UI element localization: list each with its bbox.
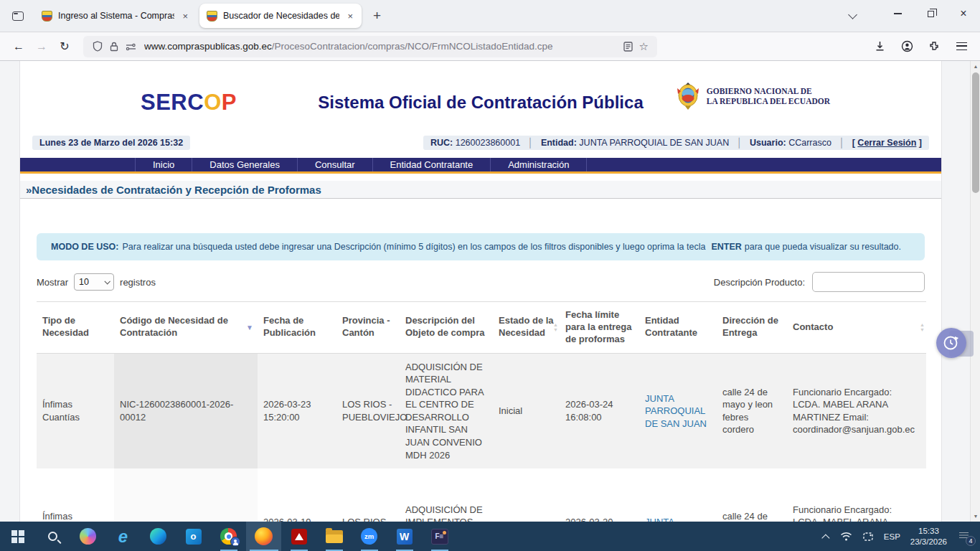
- window-minimize-button[interactable]: [881, 0, 914, 27]
- reload-button[interactable]: ↻: [53, 36, 76, 57]
- minimize-icon: [894, 13, 902, 14]
- nav-item-administracion[interactable]: Administración: [491, 158, 587, 171]
- fec-app-icon: F≡: [431, 529, 448, 545]
- notification-center-button[interactable]: 4: [957, 529, 973, 544]
- downloads-button[interactable]: [868, 36, 891, 57]
- back-button[interactable]: ←: [7, 36, 30, 57]
- extensions-puzzle-icon[interactable]: [923, 36, 946, 57]
- filter-label: Descripción Producto:: [714, 277, 805, 288]
- bookmark-star-icon[interactable]: ☆: [639, 40, 649, 53]
- forward-button[interactable]: →: [30, 36, 53, 57]
- start-button[interactable]: [0, 522, 35, 551]
- app-menu-button[interactable]: [950, 36, 973, 57]
- nav-item-consultar[interactable]: Consultar: [298, 158, 373, 171]
- url-bar[interactable]: www.compraspublicas.gob.ec/ProcesoContra…: [83, 36, 657, 57]
- col-direccion-entrega[interactable]: Dirección de Entrega: [717, 302, 787, 354]
- scroll-down-icon[interactable]: ▼: [971, 511, 980, 522]
- hamburger-icon: [956, 42, 967, 50]
- permissions-icon[interactable]: [126, 42, 136, 51]
- taskbar-internet-explorer-button[interactable]: e: [105, 522, 141, 551]
- ruc-label: RUC:: [430, 138, 453, 148]
- cell-codigo: NIC-1260023860001-2026-00012: [114, 353, 258, 468]
- window-close-button[interactable]: ×: [947, 0, 980, 27]
- show-label: Mostrar: [37, 277, 68, 288]
- col-tipo-necesidad[interactable]: Tipo de Necesidad: [37, 302, 114, 354]
- tab-close-icon[interactable]: ×: [344, 10, 356, 22]
- gov-logo-text: GOBIERNO NACIONAL DE LA REPUBLICA DEL EC…: [707, 86, 830, 107]
- col-entidad-contratante[interactable]: Entidad Contratante: [639, 302, 717, 354]
- taskbar-fec-app-button[interactable]: F≡: [422, 522, 457, 551]
- shield-icon[interactable]: [93, 41, 103, 52]
- nav-item-entidad-contratante[interactable]: Entidad Contratante: [373, 158, 491, 171]
- sort-desc-icon: ▼: [553, 327, 558, 331]
- col-label: Código de Necesidad de Contratación: [120, 315, 228, 338]
- account-button[interactable]: [895, 36, 918, 57]
- url-text[interactable]: www.compraspublicas.gob.ec/ProcesoContra…: [144, 41, 620, 52]
- col-fecha-limite[interactable]: Fecha límite para la entrega de proforma…: [560, 302, 639, 354]
- taskbar-outlook-button[interactable]: o: [176, 522, 211, 551]
- entity-link[interactable]: JUNTA: [645, 517, 674, 522]
- reader-view-icon[interactable]: [623, 42, 633, 52]
- page-scrollbar[interactable]: ▲ ▼: [970, 61, 980, 522]
- col-descripcion-objeto[interactable]: Descripción del Objeto de compra: [400, 302, 493, 354]
- cell-provincia: LOS RIOS - PUEBLOVIEJO: [336, 353, 400, 468]
- taskbar-chrome-button[interactable]: [211, 522, 246, 551]
- browser-tab-bar: Ingreso al Sistema - Compras Pú × Buscad…: [0, 0, 980, 32]
- col-provincia-canton[interactable]: Provincia - Cantón: [336, 302, 400, 354]
- taskbar-zoom-button[interactable]: zm: [352, 522, 387, 551]
- taskbar-copilot-button[interactable]: [70, 522, 105, 551]
- new-tab-button[interactable]: +: [366, 6, 388, 25]
- product-description-input[interactable]: [812, 272, 925, 292]
- wifi-icon[interactable]: [840, 532, 852, 541]
- nav-item-inicio[interactable]: Inicio: [135, 158, 192, 171]
- tab-close-icon[interactable]: ×: [179, 10, 191, 22]
- language-indicator[interactable]: ESP: [884, 532, 900, 541]
- cell-direccion: calle 24 de mayo y leon: [717, 468, 787, 522]
- records-per-page-select[interactable]: 10: [74, 273, 114, 291]
- window-restore-button[interactable]: [914, 0, 947, 27]
- ecuador-coat-of-arms-icon: [675, 81, 701, 111]
- datetime-chip: Lunes 23 de Marzo del 2026 15:32: [32, 136, 190, 150]
- windows-taskbar: e o zm W F≡ ESP 15:33 23/3/2026: [0, 522, 980, 551]
- browser-tab-ingreso[interactable]: Ingreso al Sistema - Compras Pú ×: [34, 4, 197, 28]
- logout-link[interactable]: Cerrar Sesión: [857, 138, 916, 148]
- sort-both-icon[interactable]: ▲▼: [920, 323, 925, 332]
- scrollbar-thumb[interactable]: [972, 72, 979, 193]
- taskbar-clock[interactable]: 15:33 23/3/2026: [910, 526, 947, 547]
- nav-item-datos-generales[interactable]: Datos Generales: [192, 158, 298, 171]
- sort-desc-icon[interactable]: ▼: [246, 323, 253, 332]
- cell-entidad: JUNTA PARROQUIAL DE SAN JUAN: [639, 353, 717, 468]
- system-tray: ESP 15:33 23/3/2026 4: [824, 522, 980, 551]
- entity-link[interactable]: JUNTA PARROQUIAL DE SAN JUAN: [645, 393, 707, 429]
- list-all-tabs-button[interactable]: [842, 6, 862, 26]
- col-label: Estado de la Necesidad: [499, 315, 554, 338]
- url-path: /ProcesoContratacion/compras/NCO/FrmNCOL…: [272, 41, 553, 52]
- taskbar-word-button[interactable]: W: [387, 522, 422, 551]
- taskbar-acrobat-button[interactable]: [281, 522, 316, 551]
- cell-descripcion: ADQUISICIÓN DE MATERIAL DIDACTICO PARA E…: [400, 353, 493, 468]
- taskbar-file-explorer-button[interactable]: [316, 522, 352, 551]
- col-estado-necesidad[interactable]: Estado de la Necesidad▲▼: [493, 302, 560, 354]
- col-codigo-necesidad[interactable]: Código de Necesidad de Contratación▼: [114, 302, 258, 354]
- sort-both-icon[interactable]: ▲▼: [553, 323, 558, 332]
- lock-icon[interactable]: [110, 42, 118, 52]
- taskbar-search-button[interactable]: [35, 522, 70, 551]
- floating-timer-widget[interactable]: [936, 328, 974, 359]
- hidden-icons-chevron-icon[interactable]: [821, 534, 829, 542]
- firefox-view-button[interactable]: [6, 5, 30, 27]
- main-navigation: Inicio Datos Generales Consultar Entidad…: [20, 158, 941, 174]
- clock-rocket-icon[interactable]: [936, 328, 966, 358]
- browser-tab-buscador[interactable]: Buscador de Necesidades de Co ×: [199, 4, 362, 28]
- connect-device-icon[interactable]: [862, 532, 874, 542]
- entity-label: Entidad:: [541, 138, 577, 148]
- edge-icon: [150, 528, 166, 545]
- taskbar-firefox-button[interactable]: [246, 522, 281, 551]
- entity-value: JUNTA PARROQUIAL DE SAN JUAN: [579, 138, 729, 148]
- scroll-up-icon[interactable]: ▲: [971, 61, 980, 72]
- col-fecha-publicacion[interactable]: Fecha de Publicación: [258, 302, 336, 354]
- col-contacto[interactable]: Contacto▲▼: [787, 302, 926, 354]
- taskbar-edge-button[interactable]: [141, 522, 176, 551]
- cell-entidad: JUNTA: [639, 468, 717, 522]
- tab-title: Ingreso al Sistema - Compras Pú: [58, 11, 174, 21]
- site-header: SERCOP Sistema Oficial de Contratación P…: [20, 61, 941, 136]
